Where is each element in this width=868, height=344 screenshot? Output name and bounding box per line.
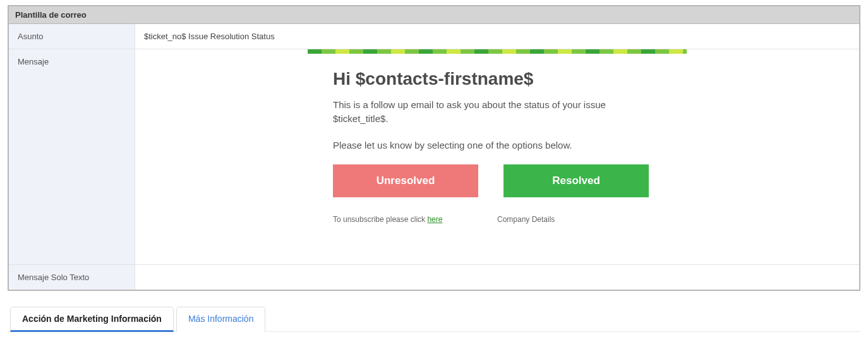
company-details: Company Details	[497, 215, 661, 224]
panel-title: Plantilla de correo	[9, 6, 859, 24]
unresolved-button[interactable]: Unresolved	[333, 164, 478, 197]
email-paragraph-1: This is a follow up email to ask you abo…	[333, 98, 661, 126]
text-only-row: Mensaje Solo Texto	[9, 265, 859, 290]
text-only-value[interactable]	[135, 265, 859, 290]
header-stripe	[308, 49, 687, 54]
subject-value[interactable]: $ticket_no$ Issue Resolution Status	[135, 24, 859, 49]
tab-more-info[interactable]: Más Información	[176, 307, 265, 332]
tab-marketing-info[interactable]: Acción de Marketing Información	[10, 307, 174, 332]
email-greeting: Hi $contacts-firstname$	[333, 69, 661, 89]
resolved-button[interactable]: Resolved	[503, 164, 649, 197]
message-editor[interactable]: Hi $contacts-firstname$ This is a follow…	[135, 49, 859, 264]
message-row: Mensaje Hi $contacts-firstname$ This is …	[9, 49, 859, 265]
email-preview: Hi $contacts-firstname$ This is a follow…	[135, 49, 859, 264]
unsubscribe-prefix: To unsubscribe please click	[333, 215, 427, 224]
unsubscribe-text: To unsubscribe please click here	[333, 215, 497, 224]
unsubscribe-link[interactable]: here	[427, 215, 442, 224]
subject-label: Asunto	[9, 24, 135, 49]
email-template-panel: Plantilla de correo Asunto $ticket_no$ I…	[8, 5, 860, 291]
tabs-bar: Acción de Marketing Información Más Info…	[8, 306, 860, 332]
message-label: Mensaje	[9, 49, 135, 264]
text-only-label: Mensaje Solo Texto	[9, 265, 135, 290]
email-paragraph-2: Please let us know by selecting one of t…	[333, 138, 661, 152]
subject-row: Asunto $ticket_no$ Issue Resolution Stat…	[9, 24, 859, 49]
